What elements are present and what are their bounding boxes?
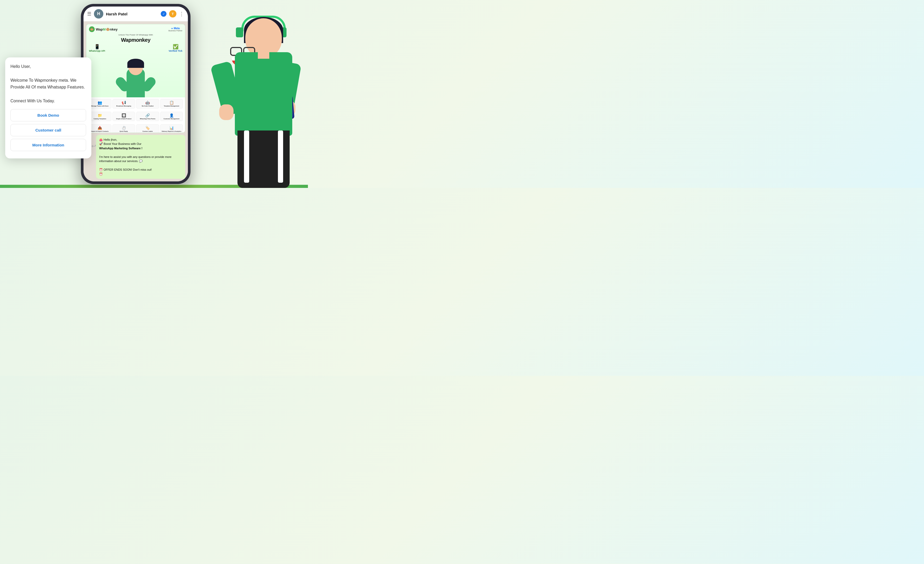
bubble-line6: ⏰	[99, 172, 182, 176]
meta-sub-text: Business Partner	[169, 30, 182, 32]
bubble-line2: 🚀 Boost Your Business with Our	[99, 142, 182, 146]
character-body	[235, 52, 292, 136]
avatar: H	[94, 9, 104, 18]
feature-whatsapp-api: 📱 WhatsApp API	[89, 44, 105, 52]
bubble-line3: WhatsApp Marketing Software !	[99, 146, 182, 151]
logo-text: WapM🐵nkey	[96, 27, 117, 32]
verified-badge: ✓	[161, 11, 166, 17]
bubble-line4: I'm here to assist you with any question…	[99, 155, 182, 164]
customer-call-button[interactable]: Customer call	[10, 124, 86, 136]
phone-mockup: ☰ H Harsh Patel ✓ T ⋮	[81, 4, 190, 184]
features-row3: 📤Import & Export Contacts ⏱️Quick Reply …	[86, 123, 185, 133]
pants-stripe-left	[244, 130, 249, 183]
chat-popup-card: Hello User, Welcome To Wapmonkey meta. W…	[5, 57, 92, 158]
book-demo-button[interactable]: Book Demo	[10, 109, 86, 122]
banner-tagline: Unlock The Power Of Whatsapp With	[86, 33, 185, 36]
reply-arrow-icon: ↩	[92, 143, 99, 151]
pants-stripe-right	[278, 130, 283, 183]
menu-icon[interactable]: ☰	[87, 11, 92, 17]
meta-logo-text: ∞ Meta	[171, 27, 180, 30]
banner-person	[123, 58, 149, 98]
banner-logo: 🐵 WapM🐵nkey	[89, 26, 117, 32]
character-hand-left	[219, 104, 234, 120]
user-name: Harsh Patel	[106, 12, 158, 16]
bubble-line1: 👛 Hello jhon,	[99, 138, 182, 142]
character-illustration	[209, 10, 308, 188]
features-row2: 📁Catalog Templates 🔲Single & Multi-Produ…	[86, 110, 185, 123]
bubble-line5: ⏰ OFFER ENDS SOON! Don't miss out!	[99, 168, 182, 172]
whatsapp-header: ☰ H Harsh Patel ✓ T ⋮	[84, 6, 188, 21]
meta-badge: ∞ Meta Business Partner	[169, 27, 182, 32]
popup-message: Hello User, Welcome To Wapmonkey meta. W…	[10, 63, 86, 104]
feature-verified-tick: ✅ Verified Tick	[169, 44, 182, 52]
banner-title: Wapmonkey	[86, 36, 185, 44]
chat-bubble: 👛 Hello jhon, 🚀 Boost Your Business with…	[96, 135, 185, 179]
character-neck	[258, 51, 269, 59]
headphone-left-cup	[236, 27, 243, 38]
wapmonkey-banner: 🐵 WapM🐵nkey ∞ Meta Business Partner Unlo…	[86, 24, 185, 133]
more-information-button[interactable]: More Information	[10, 139, 86, 151]
t-badge: T	[169, 10, 176, 18]
features-row1: 👥Manage Teams with Ease 📢Broadcast Messa…	[86, 98, 185, 110]
more-options-icon[interactable]: ⋮	[179, 11, 184, 17]
chat-area: 🐵 WapM🐵nkey ∞ Meta Business Partner Unlo…	[84, 21, 188, 182]
